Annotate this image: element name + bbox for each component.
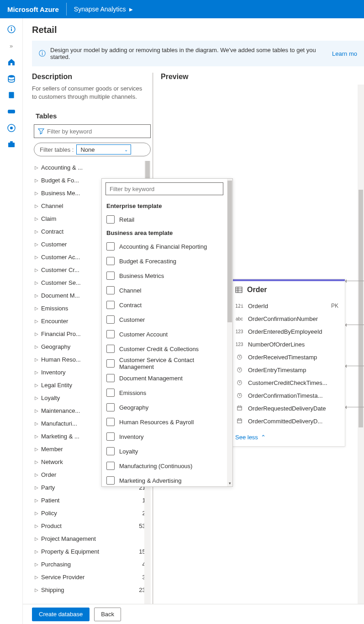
back-button[interactable]: Back [94,608,121,621]
dropdown-option[interactable]: Customer Credit & Collections [106,341,223,356]
table-category-name: Shipping [41,587,139,593]
option-label: Contract [119,302,142,309]
checkbox[interactable] [106,403,115,411]
checkbox[interactable] [106,462,115,470]
monitor-icon[interactable] [4,121,19,135]
dropdown-option[interactable]: Retail [106,212,223,227]
datatype-icon: 123 [235,329,243,334]
dropdown-option[interactable]: Business Metrics [106,268,223,283]
column-row[interactable]: OrderCommittedDeliveryD... [235,415,338,427]
expand-tri-icon: ▷ [35,267,41,272]
scroll-down-arrow-icon[interactable]: ▾ [227,481,232,485]
table-category-row[interactable]: ▷Patient11 [32,494,151,507]
dropdown-option[interactable]: Geography [106,400,223,415]
filter-keyword-input-wrap[interactable] [34,124,151,138]
learn-more-link[interactable]: Learn mo [332,50,357,57]
dropdown-option[interactable]: Accounting & Financial Reporting [106,239,223,254]
checkbox[interactable] [106,257,115,265]
checkbox[interactable] [106,215,115,224]
option-label: Channel [119,287,141,294]
expand-tri-icon: ▷ [35,472,41,477]
checkbox[interactable] [106,330,115,338]
column-name: OrderEntryTimestamp [248,367,334,373]
order-entity-card[interactable]: Order 12iOrderIdPKabcOrderConfirmationNu… [228,279,345,447]
dropdown-scrollbar[interactable]: ▾ [227,179,232,486]
checkbox[interactable] [106,272,115,280]
database-icon[interactable] [4,71,19,86]
expand-tri-icon: ▷ [35,242,41,247]
column-row[interactable]: CustomerCreditCheckTimes... [235,376,338,389]
expand-sidebar-icon[interactable]: » [4,38,19,53]
table-category-row[interactable]: ▷Property & Equipment158 [32,545,151,558]
pipeline-icon[interactable] [4,104,19,119]
create-database-button[interactable]: Create database [32,608,90,621]
manage-icon[interactable] [4,137,19,152]
dropdown-filter-input[interactable] [106,182,223,195]
checkbox[interactable] [106,315,115,324]
see-less-link[interactable]: See less ⌃ [229,430,345,446]
filter-keyword-input[interactable] [47,128,147,135]
expand-tri-icon: ▷ [35,536,41,541]
column-row[interactable]: OrderRequestedDeliveryDate [235,402,338,415]
table-category-row[interactable]: ▷Service Provider31 [32,571,151,583]
dropdown-option[interactable]: Manufacturing (Continuous) [106,459,223,473]
checkbox[interactable] [106,345,115,353]
dropdown-option[interactable]: Emissions [106,385,223,400]
checkbox[interactable] [106,447,115,455]
checkbox[interactable] [106,476,115,485]
home-icon[interactable] [4,55,19,69]
checkbox[interactable] [106,286,115,294]
datatype-icon [235,392,243,399]
dropdown-option[interactable]: Channel [106,283,223,298]
scrollbar-thumb[interactable] [227,181,232,322]
info-icon[interactable] [4,22,19,37]
checkbox[interactable] [106,374,115,382]
scrollbar-thumb[interactable] [359,190,363,427]
dropdown-option[interactable]: Human Resources & Payroll [106,415,223,429]
dropdown-option[interactable]: Contract [106,298,223,312]
column-row[interactable]: OrderConfirmationTimesta... [235,389,338,402]
column-name: CustomerCreditCheckTimes... [248,379,334,386]
column-row[interactable]: 123OrderEnteredByEmployeeId [235,325,338,338]
table-category-row[interactable]: ▷Policy21 [32,507,151,519]
brand-label[interactable]: Microsoft Azure [0,5,66,13]
table-category-row[interactable]: ▷Purchasing44 [32,558,151,571]
notebook-icon[interactable] [4,88,19,102]
svg-point-3 [8,75,15,78]
dropdown-option[interactable]: Customer Service & Contact Management [106,356,223,371]
checkbox[interactable] [106,359,115,368]
service-breadcrumb[interactable]: Synapse Analytics ▶ [67,5,141,13]
expand-tri-icon: ▷ [35,575,41,580]
column-row[interactable]: OrderReceivedTimestamp [235,351,338,363]
table-category-row[interactable]: ▷Shipping238 [32,583,151,596]
table-category-row[interactable]: ▷Project Management4 [32,532,151,545]
dropdown-option[interactable]: Document Management [106,371,223,385]
column-row[interactable]: OrderEntryTimestamp [235,363,338,376]
filter-tables-dropdown[interactable]: None ⌄ [76,144,131,155]
dropdown-option[interactable]: Loyalty [106,444,223,459]
left-nav-sidebar: » [0,18,23,624]
checkbox[interactable] [106,301,115,309]
checkbox[interactable] [106,389,115,397]
checkbox[interactable] [106,418,115,426]
option-label: Customer Service & Contact Management [119,357,223,370]
filter-tables-pill: Filter tables : None ⌄ [34,143,151,156]
table-category-row[interactable]: ▷Product535 [32,519,151,532]
column-name: OrderReceivedTimestamp [248,354,334,361]
table-category-row[interactable]: ▷Accounting & ... [32,161,151,174]
checkbox[interactable] [106,242,115,251]
dropdown-option[interactable]: Inventory [106,429,223,444]
dropdown-option[interactable]: Customer [106,312,223,327]
option-label: Accounting & Financial Reporting [119,243,207,250]
column-row[interactable]: 123NumberOfOrderLines [235,338,338,351]
dropdown-option[interactable]: Budget & Forecasting [106,254,223,268]
dropdown-option[interactable]: Marketing & Advertising [106,473,223,486]
column-row[interactable]: 12iOrderIdPK [235,299,338,312]
preview-scrollbar[interactable] [358,85,364,604]
table-category-name: Accounting & ... [41,164,149,171]
checkbox[interactable] [106,432,115,441]
column-row[interactable]: abcOrderConfirmationNumber [235,312,338,325]
table-category-name: Service Provider [41,574,142,581]
svg-rect-4 [9,92,14,98]
dropdown-option[interactable]: Customer Account [106,327,223,341]
